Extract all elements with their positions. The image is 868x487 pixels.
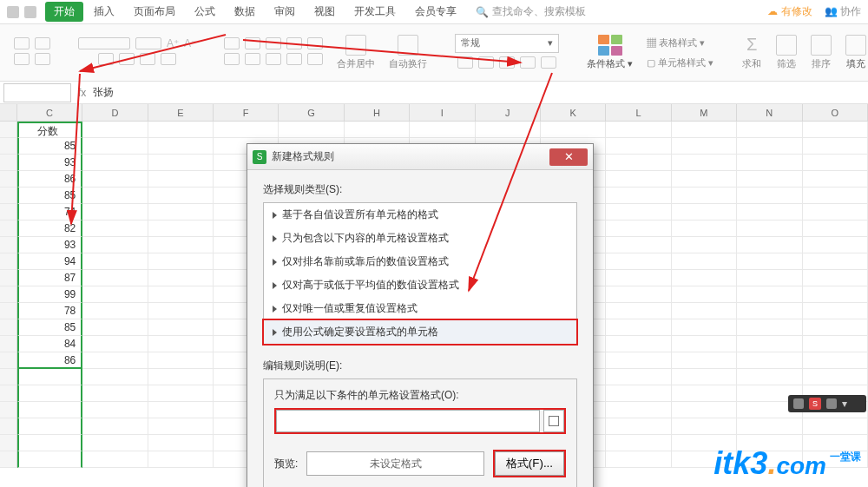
cell[interactable] xyxy=(672,237,737,253)
dialog-titlebar[interactable]: S 新建格式规则 ✕ xyxy=(247,144,593,170)
cell[interactable] xyxy=(803,122,868,138)
font-box[interactable] xyxy=(78,37,130,49)
border-icon[interactable] xyxy=(119,53,135,65)
cell[interactable]: 86 xyxy=(17,352,82,369)
cell[interactable] xyxy=(148,303,214,319)
cell[interactable] xyxy=(737,220,802,237)
cell[interactable] xyxy=(17,402,82,418)
cell[interactable] xyxy=(803,286,868,303)
cell[interactable] xyxy=(606,418,671,435)
cell[interactable] xyxy=(803,418,868,435)
row-header[interactable] xyxy=(0,402,17,418)
cell[interactable] xyxy=(672,270,737,286)
cell[interactable] xyxy=(82,204,148,220)
cell[interactable] xyxy=(82,451,148,468)
filter-button[interactable]: 筛选 xyxy=(771,24,802,81)
cell[interactable]: 84 xyxy=(17,336,82,352)
cell[interactable] xyxy=(606,352,671,369)
cell[interactable] xyxy=(214,122,279,138)
cell[interactable] xyxy=(345,122,410,138)
cell[interactable]: 99 xyxy=(17,286,82,303)
cell[interactable] xyxy=(82,171,148,188)
format-button[interactable]: 格式(F)... xyxy=(495,451,564,476)
cell[interactable] xyxy=(148,253,214,270)
cell[interactable] xyxy=(737,319,802,336)
cut-icon[interactable] xyxy=(35,37,50,49)
al4[interactable] xyxy=(286,37,302,49)
col-hdr[interactable]: L xyxy=(606,104,671,121)
al9[interactable] xyxy=(286,53,302,65)
cell[interactable] xyxy=(606,188,671,204)
row-header[interactable] xyxy=(0,451,17,468)
cell[interactable] xyxy=(737,286,802,303)
cell[interactable]: 85 xyxy=(17,138,82,155)
row-header[interactable] xyxy=(0,319,17,336)
cell[interactable] xyxy=(82,138,148,155)
cell[interactable] xyxy=(82,188,148,204)
cell[interactable] xyxy=(803,188,868,204)
cell[interactable] xyxy=(672,171,737,188)
cell[interactable] xyxy=(606,435,671,451)
wrap-group[interactable]: 自动换行 xyxy=(384,24,432,81)
cell[interactable] xyxy=(672,155,737,171)
percent-icon[interactable] xyxy=(478,56,494,69)
formula-value[interactable]: 张扬 xyxy=(93,85,114,100)
cell[interactable] xyxy=(672,122,737,138)
cell[interactable] xyxy=(606,138,671,155)
row-header[interactable] xyxy=(0,171,17,188)
font-color-icon[interactable] xyxy=(161,53,176,65)
cell[interactable] xyxy=(737,418,802,435)
cloud-status[interactable]: ☁ 有修改 xyxy=(767,4,812,19)
cell[interactable] xyxy=(148,418,214,435)
rule-item-selected[interactable]: 使用公式确定要设置格式的单元格 xyxy=(264,320,576,344)
tab-dev[interactable]: 开发工具 xyxy=(345,1,404,23)
tab-view[interactable]: 视图 xyxy=(306,1,344,23)
cell[interactable] xyxy=(606,220,671,237)
cell[interactable] xyxy=(82,418,148,435)
col-hdr[interactable]: K xyxy=(541,104,606,121)
cell[interactable] xyxy=(737,237,802,253)
cell[interactable]: 85 xyxy=(17,188,82,204)
rule-item[interactable]: 只为包含以下内容的单元格设置格式 xyxy=(264,227,576,250)
cell[interactable] xyxy=(606,204,671,220)
cell[interactable] xyxy=(606,451,671,468)
cell[interactable] xyxy=(148,220,214,237)
al5[interactable] xyxy=(307,37,323,49)
cell[interactable] xyxy=(606,237,671,253)
cell[interactable] xyxy=(82,122,148,138)
sum-button[interactable]: Σ求和 xyxy=(736,24,767,81)
rule-item[interactable]: 基于各自值设置所有单元格的格式 xyxy=(264,203,576,227)
col-hdr[interactable]: F xyxy=(214,104,279,121)
ime-toolbar[interactable]: S ▾ xyxy=(788,395,866,412)
cell[interactable] xyxy=(606,270,671,286)
comma-icon[interactable] xyxy=(499,56,515,69)
cell[interactable] xyxy=(737,155,802,171)
cell[interactable] xyxy=(82,286,148,303)
tab-data[interactable]: 数据 xyxy=(226,1,264,23)
cell[interactable] xyxy=(606,385,671,402)
shrink-font-icon[interactable]: A⁻ xyxy=(184,37,196,49)
cell[interactable] xyxy=(672,369,737,385)
cell[interactable] xyxy=(82,220,148,237)
tab-formula[interactable]: 公式 xyxy=(186,1,224,23)
cell[interactable] xyxy=(737,303,802,319)
cell[interactable] xyxy=(672,204,737,220)
al2[interactable] xyxy=(245,37,260,49)
dec-dec-icon[interactable] xyxy=(541,56,556,69)
row-header[interactable] xyxy=(0,270,17,286)
cell[interactable] xyxy=(606,171,671,188)
tab-vip[interactable]: 会员专享 xyxy=(406,1,465,23)
brush-icon[interactable] xyxy=(35,53,50,65)
row-header[interactable] xyxy=(0,237,17,253)
cell[interactable]: 93 xyxy=(17,237,82,253)
cell[interactable] xyxy=(148,435,214,451)
cell[interactable] xyxy=(148,155,214,171)
size-box[interactable] xyxy=(135,37,161,49)
cell[interactable] xyxy=(82,385,148,402)
al10[interactable] xyxy=(307,53,323,65)
cell[interactable] xyxy=(148,369,214,385)
cell[interactable]: 86 xyxy=(17,171,82,188)
col-hdr[interactable]: M xyxy=(672,104,737,121)
cell[interactable] xyxy=(803,369,868,385)
cell[interactable]: 82 xyxy=(17,220,82,237)
